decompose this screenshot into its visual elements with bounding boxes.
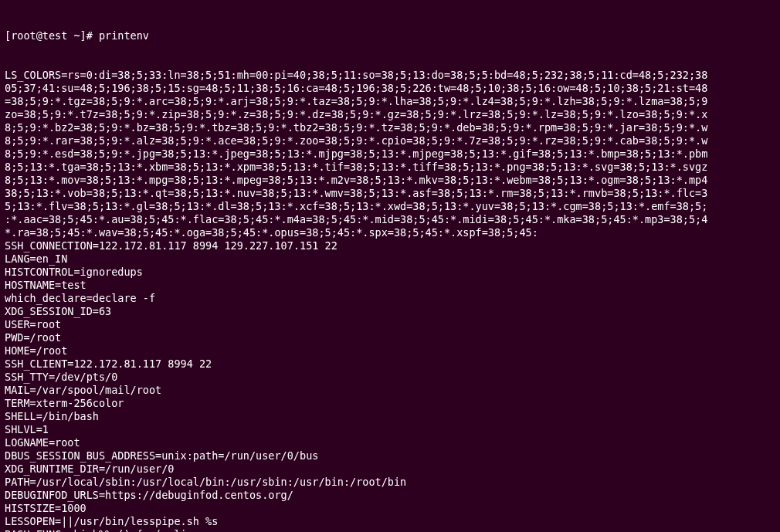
- output-line: 8;5;9:*.esd=38;5;9:*.jpg=38;5;13:*.jpeg=…: [5, 147, 775, 161]
- output-line: USER=root: [5, 318, 775, 331]
- terminal[interactable]: [root@test ~]# printenv LS_COLORS=rs=0:d…: [0, 0, 780, 532]
- output-line: 8;5;9:*.rar=38;5;9:*.alz=38;5;9:*.ace=38…: [5, 134, 775, 147]
- output-line: :*.aac=38;5;45:*.au=38;5;45:*.flac=38;5;…: [5, 213, 775, 226]
- output-line: HISTSIZE=1000: [5, 502, 775, 515]
- output-line: 38;5;13:*.vob=38;5;13:*.qt=38;5;13:*.nuv…: [5, 187, 775, 200]
- output-line: XDG_SESSION_ID=63: [5, 305, 775, 318]
- output-line: DBUS_SESSION_BUS_ADDRESS=unix:path=/run/…: [5, 449, 775, 463]
- terminal-output: LS_COLORS=rs=0:di=38;5;33:ln=38;5;51:mh=…: [5, 69, 775, 532]
- output-line: LS_COLORS=rs=0:di=38;5;33:ln=38;5;51:mh=…: [5, 69, 775, 82]
- output-line: 8;5;9:*.bz2=38;5;9:*.bz=38;5;9:*.tbz=38;…: [5, 121, 775, 134]
- output-line: LOGNAME=root: [5, 436, 775, 449]
- output-line: LESSOPEN=||/usr/bin/lesspipe.sh %s: [5, 515, 775, 528]
- output-line: DEBUGINFOD_URLS=https://debuginfod.cento…: [5, 489, 775, 502]
- output-line: SHELL=/bin/bash: [5, 410, 775, 423]
- output-line: SSH_TTY=/dev/pts/0: [5, 371, 775, 384]
- output-line: 8;5;13:*.mov=38;5;13:*.mpg=38;5;13:*.mpe…: [5, 174, 775, 187]
- output-line: BASH_FUNC_which%%=() { ( alias;: [5, 528, 775, 532]
- output-line: =38;5;9:*.tgz=38;5;9:*.arc=38;5;9:*.arj=…: [5, 95, 775, 108]
- output-line: SSH_CLIENT=122.172.81.117 8994 22: [5, 357, 775, 371]
- output-line: 8;5;13:*.tga=38;5;13:*.xbm=38;5;13:*.xpm…: [5, 161, 775, 174]
- prompt-line: [root@test ~]# printenv: [5, 29, 775, 42]
- output-line: XDG_RUNTIME_DIR=/run/user/0: [5, 463, 775, 476]
- output-line: zo=38;5;9:*.t7z=38;5;9:*.zip=38;5;9:*.z=…: [5, 108, 775, 121]
- output-line: HOSTNAME=test: [5, 279, 775, 292]
- output-line: SHLVL=1: [5, 423, 775, 436]
- command-text: printenv: [99, 29, 149, 42]
- output-line: PWD=/root: [5, 331, 775, 344]
- output-line: HISTCONTROL=ignoredups: [5, 266, 775, 279]
- output-line: 05;37;41:su=48;5;196;38;5;15:sg=48;5;11;…: [5, 82, 775, 95]
- output-line: LANG=en_IN: [5, 252, 775, 266]
- output-line: 5;13:*.flv=38;5;13:*.gl=38;5;13:*.dl=38;…: [5, 200, 775, 213]
- output-line: which_declare=declare -f: [5, 292, 775, 305]
- output-line: HOME=/root: [5, 344, 775, 357]
- shell-prompt: [root@test ~]#: [5, 29, 99, 42]
- output-line: MAIL=/var/spool/mail/root: [5, 384, 775, 397]
- output-line: TERM=xterm-256color: [5, 397, 775, 410]
- output-line: SSH_CONNECTION=122.172.81.117 8994 129.2…: [5, 239, 775, 252]
- output-line: PATH=/usr/local/sbin:/usr/local/bin:/usr…: [5, 476, 775, 489]
- output-line: *.ra=38;5;45:*.wav=38;5;45:*.oga=38;5;45…: [5, 226, 775, 239]
